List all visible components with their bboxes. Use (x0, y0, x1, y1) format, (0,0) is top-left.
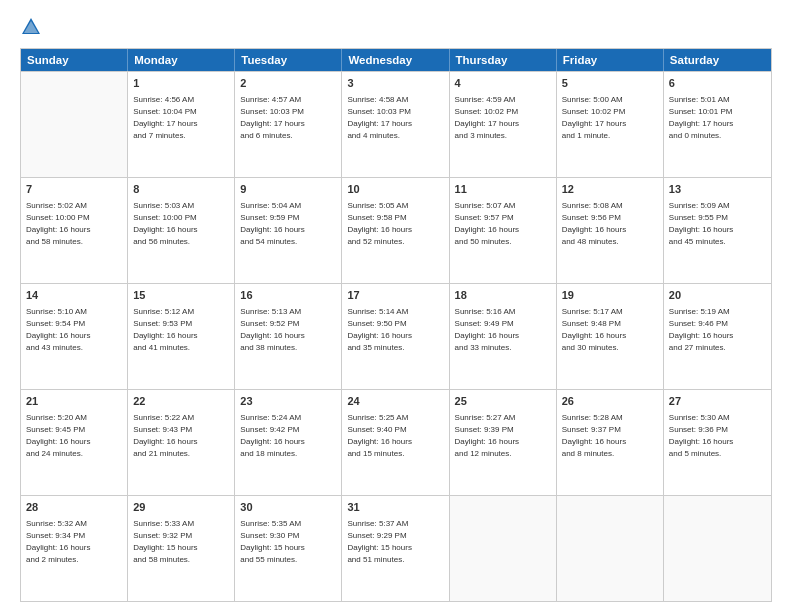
table-row: 8Sunrise: 5:03 AMSunset: 10:00 PMDayligh… (128, 178, 235, 283)
day-number: 8 (133, 182, 229, 198)
day-info: Sunrise: 5:35 AMSunset: 9:30 PMDaylight:… (240, 518, 336, 566)
table-row: 5Sunrise: 5:00 AMSunset: 10:02 PMDayligh… (557, 72, 664, 177)
day-info: Sunrise: 5:08 AMSunset: 9:56 PMDaylight:… (562, 200, 658, 248)
day-info: Sunrise: 5:37 AMSunset: 9:29 PMDaylight:… (347, 518, 443, 566)
day-number: 13 (669, 182, 766, 198)
day-info: Sunrise: 5:12 AMSunset: 9:53 PMDaylight:… (133, 306, 229, 354)
day-info: Sunrise: 5:20 AMSunset: 9:45 PMDaylight:… (26, 412, 122, 460)
day-number: 17 (347, 288, 443, 304)
day-number: 14 (26, 288, 122, 304)
day-info: Sunrise: 5:30 AMSunset: 9:36 PMDaylight:… (669, 412, 766, 460)
day-number: 15 (133, 288, 229, 304)
day-number: 10 (347, 182, 443, 198)
day-number: 18 (455, 288, 551, 304)
table-row (664, 496, 771, 601)
table-row: 7Sunrise: 5:02 AMSunset: 10:00 PMDayligh… (21, 178, 128, 283)
table-row: 9Sunrise: 5:04 AMSunset: 9:59 PMDaylight… (235, 178, 342, 283)
table-row: 17Sunrise: 5:14 AMSunset: 9:50 PMDayligh… (342, 284, 449, 389)
day-number: 30 (240, 500, 336, 516)
day-info: Sunrise: 5:09 AMSunset: 9:55 PMDaylight:… (669, 200, 766, 248)
day-number: 11 (455, 182, 551, 198)
table-row: 18Sunrise: 5:16 AMSunset: 9:49 PMDayligh… (450, 284, 557, 389)
table-row (450, 496, 557, 601)
day-info: Sunrise: 5:03 AMSunset: 10:00 PMDaylight… (133, 200, 229, 248)
header-day-saturday: Saturday (664, 49, 771, 71)
day-number: 19 (562, 288, 658, 304)
day-number: 29 (133, 500, 229, 516)
day-number: 6 (669, 76, 766, 92)
day-info: Sunrise: 5:02 AMSunset: 10:00 PMDaylight… (26, 200, 122, 248)
day-info: Sunrise: 5:32 AMSunset: 9:34 PMDaylight:… (26, 518, 122, 566)
header-day-friday: Friday (557, 49, 664, 71)
table-row: 19Sunrise: 5:17 AMSunset: 9:48 PMDayligh… (557, 284, 664, 389)
header-day-tuesday: Tuesday (235, 49, 342, 71)
day-info: Sunrise: 5:24 AMSunset: 9:42 PMDaylight:… (240, 412, 336, 460)
table-row: 24Sunrise: 5:25 AMSunset: 9:40 PMDayligh… (342, 390, 449, 495)
day-info: Sunrise: 5:05 AMSunset: 9:58 PMDaylight:… (347, 200, 443, 248)
day-info: Sunrise: 4:57 AMSunset: 10:03 PMDaylight… (240, 94, 336, 142)
table-row (557, 496, 664, 601)
day-number: 21 (26, 394, 122, 410)
header-day-sunday: Sunday (21, 49, 128, 71)
day-number: 20 (669, 288, 766, 304)
calendar-row-2: 7Sunrise: 5:02 AMSunset: 10:00 PMDayligh… (21, 177, 771, 283)
calendar: SundayMondayTuesdayWednesdayThursdayFrid… (20, 48, 772, 602)
calendar-row-3: 14Sunrise: 5:10 AMSunset: 9:54 PMDayligh… (21, 283, 771, 389)
table-row: 12Sunrise: 5:08 AMSunset: 9:56 PMDayligh… (557, 178, 664, 283)
day-info: Sunrise: 5:33 AMSunset: 9:32 PMDaylight:… (133, 518, 229, 566)
day-number: 3 (347, 76, 443, 92)
table-row: 16Sunrise: 5:13 AMSunset: 9:52 PMDayligh… (235, 284, 342, 389)
table-row: 21Sunrise: 5:20 AMSunset: 9:45 PMDayligh… (21, 390, 128, 495)
table-row: 26Sunrise: 5:28 AMSunset: 9:37 PMDayligh… (557, 390, 664, 495)
table-row: 10Sunrise: 5:05 AMSunset: 9:58 PMDayligh… (342, 178, 449, 283)
day-info: Sunrise: 5:27 AMSunset: 9:39 PMDaylight:… (455, 412, 551, 460)
day-info: Sunrise: 4:56 AMSunset: 10:04 PMDaylight… (133, 94, 229, 142)
day-number: 12 (562, 182, 658, 198)
table-row: 20Sunrise: 5:19 AMSunset: 9:46 PMDayligh… (664, 284, 771, 389)
table-row: 11Sunrise: 5:07 AMSunset: 9:57 PMDayligh… (450, 178, 557, 283)
table-row: 23Sunrise: 5:24 AMSunset: 9:42 PMDayligh… (235, 390, 342, 495)
table-row: 4Sunrise: 4:59 AMSunset: 10:02 PMDayligh… (450, 72, 557, 177)
day-number: 26 (562, 394, 658, 410)
day-number: 4 (455, 76, 551, 92)
day-number: 5 (562, 76, 658, 92)
table-row: 22Sunrise: 5:22 AMSunset: 9:43 PMDayligh… (128, 390, 235, 495)
day-number: 1 (133, 76, 229, 92)
table-row: 31Sunrise: 5:37 AMSunset: 9:29 PMDayligh… (342, 496, 449, 601)
day-info: Sunrise: 4:59 AMSunset: 10:02 PMDaylight… (455, 94, 551, 142)
day-number: 23 (240, 394, 336, 410)
day-number: 9 (240, 182, 336, 198)
table-row: 14Sunrise: 5:10 AMSunset: 9:54 PMDayligh… (21, 284, 128, 389)
table-row: 2Sunrise: 4:57 AMSunset: 10:03 PMDayligh… (235, 72, 342, 177)
logo-icon (20, 16, 42, 38)
day-info: Sunrise: 5:14 AMSunset: 9:50 PMDaylight:… (347, 306, 443, 354)
table-row: 27Sunrise: 5:30 AMSunset: 9:36 PMDayligh… (664, 390, 771, 495)
day-info: Sunrise: 5:04 AMSunset: 9:59 PMDaylight:… (240, 200, 336, 248)
header-day-monday: Monday (128, 49, 235, 71)
day-number: 16 (240, 288, 336, 304)
day-number: 27 (669, 394, 766, 410)
day-number: 31 (347, 500, 443, 516)
day-info: Sunrise: 5:22 AMSunset: 9:43 PMDaylight:… (133, 412, 229, 460)
calendar-row-5: 28Sunrise: 5:32 AMSunset: 9:34 PMDayligh… (21, 495, 771, 601)
table-row: 13Sunrise: 5:09 AMSunset: 9:55 PMDayligh… (664, 178, 771, 283)
header (20, 16, 772, 38)
day-number: 7 (26, 182, 122, 198)
day-info: Sunrise: 5:25 AMSunset: 9:40 PMDaylight:… (347, 412, 443, 460)
day-info: Sunrise: 5:07 AMSunset: 9:57 PMDaylight:… (455, 200, 551, 248)
table-row: 15Sunrise: 5:12 AMSunset: 9:53 PMDayligh… (128, 284, 235, 389)
calendar-body: 1Sunrise: 4:56 AMSunset: 10:04 PMDayligh… (21, 71, 771, 601)
day-info: Sunrise: 4:58 AMSunset: 10:03 PMDaylight… (347, 94, 443, 142)
day-number: 24 (347, 394, 443, 410)
day-info: Sunrise: 5:01 AMSunset: 10:01 PMDaylight… (669, 94, 766, 142)
day-number: 25 (455, 394, 551, 410)
day-number: 28 (26, 500, 122, 516)
day-number: 22 (133, 394, 229, 410)
table-row: 30Sunrise: 5:35 AMSunset: 9:30 PMDayligh… (235, 496, 342, 601)
logo (20, 16, 46, 38)
calendar-row-4: 21Sunrise: 5:20 AMSunset: 9:45 PMDayligh… (21, 389, 771, 495)
header-day-wednesday: Wednesday (342, 49, 449, 71)
table-row: 28Sunrise: 5:32 AMSunset: 9:34 PMDayligh… (21, 496, 128, 601)
day-info: Sunrise: 5:16 AMSunset: 9:49 PMDaylight:… (455, 306, 551, 354)
table-row: 3Sunrise: 4:58 AMSunset: 10:03 PMDayligh… (342, 72, 449, 177)
